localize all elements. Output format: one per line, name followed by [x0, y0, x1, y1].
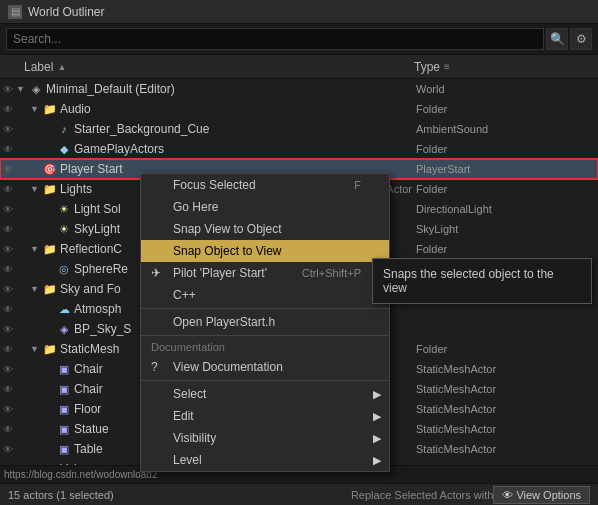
- context-menu-item[interactable]: Snap Object to View: [141, 240, 389, 262]
- table-row[interactable]: 👁◆GamePlayActorsFolder: [0, 139, 598, 159]
- visibility-icon[interactable]: 👁: [0, 404, 16, 415]
- visibility-icon[interactable]: 👁: [0, 304, 16, 315]
- visibility-icon[interactable]: 👁: [0, 364, 16, 375]
- row-type-icon: ◈: [28, 83, 44, 96]
- context-menu-item-label: View Documentation: [173, 360, 283, 374]
- context-menu-item-icon: ✈: [151, 266, 167, 280]
- visibility-icon[interactable]: 👁: [0, 384, 16, 395]
- visibility-icon[interactable]: 👁: [0, 104, 16, 115]
- label-column-header[interactable]: Label ▲: [20, 60, 414, 74]
- visibility-icon[interactable]: 👁: [0, 324, 16, 335]
- actor-label: Actor: [386, 183, 416, 195]
- view-options-button[interactable]: 👁 View Options: [493, 486, 590, 504]
- context-menu-item[interactable]: Visibility▶: [141, 427, 389, 449]
- visibility-icon[interactable]: 👁: [0, 84, 16, 95]
- row-type-label: StaticMeshActor: [416, 363, 596, 375]
- visibility-icon[interactable]: 👁: [0, 184, 16, 195]
- type-column-header[interactable]: Type ≡: [414, 60, 594, 74]
- context-menu-item[interactable]: C++: [141, 284, 389, 306]
- visibility-icon[interactable]: 👁: [0, 444, 16, 455]
- context-menu-item[interactable]: Snap View to Object: [141, 218, 389, 240]
- title-bar: ▤ World Outliner: [0, 0, 598, 24]
- row-type-icon: ▣: [56, 383, 72, 396]
- row-type-icon: 📁: [42, 343, 58, 356]
- context-menu-item[interactable]: Edit▶: [141, 405, 389, 427]
- row-type-icon: ◈: [56, 323, 72, 336]
- visibility-icon[interactable]: 👁: [0, 344, 16, 355]
- visibility-icon[interactable]: 👁: [0, 264, 16, 275]
- row-type-icon: ◎: [56, 263, 72, 276]
- row-type-label: World: [416, 83, 596, 95]
- visibility-icon[interactable]: 👁: [0, 224, 16, 235]
- tooltip-box: Snaps the selected object to the view: [372, 258, 592, 304]
- search-button[interactable]: 🔍: [546, 28, 568, 50]
- table-row[interactable]: 👁♪Starter_Background_CueAmbientSound: [0, 119, 598, 139]
- row-type-icon: ▣: [56, 443, 72, 456]
- visibility-icon[interactable]: 👁: [0, 164, 16, 175]
- visibility-icon[interactable]: 👁: [0, 204, 16, 215]
- visibility-icon[interactable]: 👁: [0, 284, 16, 295]
- row-type-label: Folder: [416, 143, 596, 155]
- eye-icon: 👁: [502, 489, 513, 501]
- context-menu-separator: [141, 380, 389, 381]
- row-type-label: PlayerStart: [416, 163, 596, 175]
- expand-arrow[interactable]: ▼: [30, 104, 42, 114]
- row-type-label: Folder: [416, 103, 596, 115]
- context-menu-item[interactable]: ✈Pilot 'Player Start'Ctrl+Shift+P: [141, 262, 389, 284]
- row-type-icon: 📁: [42, 183, 58, 196]
- context-menu-item[interactable]: Select▶: [141, 383, 389, 405]
- visibility-icon[interactable]: 👁: [0, 244, 16, 255]
- context-menu-item[interactable]: Open PlayerStart.h: [141, 311, 389, 333]
- context-menu-item-label: Open PlayerStart.h: [173, 315, 275, 329]
- context-menu-item-label: Snap Object to View: [173, 244, 282, 258]
- expand-arrow[interactable]: ▼: [16, 84, 28, 94]
- visibility-icon[interactable]: 👁: [0, 424, 16, 435]
- filter-icon: ≡: [444, 61, 450, 72]
- context-menu-item-label: Snap View to Object: [173, 222, 282, 236]
- context-menu-item-label: Visibility: [173, 431, 216, 445]
- row-type-label: StaticMeshActor: [416, 443, 596, 455]
- replace-text: Replace Selected Actors with: [351, 489, 493, 501]
- filter-button[interactable]: ⚙: [570, 28, 592, 50]
- context-menu-separator: [141, 335, 389, 336]
- row-type-icon: ▣: [56, 363, 72, 376]
- row-type-icon: ▣: [56, 423, 72, 436]
- expand-arrow[interactable]: ▼: [30, 244, 42, 254]
- table-row[interactable]: 👁▼◈Minimal_Default (Editor)World: [0, 79, 598, 99]
- row-type-label: StaticMeshActor: [416, 403, 596, 415]
- sort-arrow: ▲: [57, 62, 66, 72]
- actors-count: 15 actors (1 selected): [8, 489, 351, 501]
- search-bar: 🔍 ⚙: [0, 24, 598, 55]
- row-type-label: Folder: [416, 343, 596, 355]
- visibility-icon[interactable]: 👁: [0, 144, 16, 155]
- expand-arrow[interactable]: ▼: [30, 344, 42, 354]
- context-menu-submenu-arrow: ▶: [373, 388, 381, 401]
- context-menu-item[interactable]: ?View Documentation: [141, 356, 389, 378]
- context-menu-item-label: Focus Selected: [173, 178, 256, 192]
- search-input[interactable]: [6, 28, 544, 50]
- row-type-label: DirectionalLight: [416, 203, 596, 215]
- context-menu-section: Documentation: [141, 338, 389, 356]
- row-label: GamePlayActors: [72, 142, 416, 156]
- row-type-label: StaticMeshActor: [416, 383, 596, 395]
- expand-arrow[interactable]: ▼: [30, 184, 42, 194]
- context-menu-shortcut: Ctrl+Shift+P: [302, 267, 361, 279]
- row-label: Audio: [58, 102, 416, 116]
- url-text: https://blog.csdn.net/wodownload2: [4, 469, 157, 480]
- context-menu-shortcut: F: [354, 179, 361, 191]
- context-menu-item-label: Edit: [173, 409, 194, 423]
- context-menu-item[interactable]: Go Here: [141, 196, 389, 218]
- context-menu-item[interactable]: Focus SelectedF: [141, 174, 389, 196]
- visibility-icon[interactable]: 👁: [0, 124, 16, 135]
- row-type-label: Folder: [416, 183, 596, 195]
- context-menu-submenu-arrow: ▶: [373, 454, 381, 467]
- row-type-icon: ☀: [56, 203, 72, 216]
- row-type-label: AmbientSound: [416, 123, 596, 135]
- tooltip-text: Snaps the selected object to the view: [383, 267, 554, 295]
- expand-arrow[interactable]: ▼: [30, 284, 42, 294]
- row-type-icon: ▣: [56, 403, 72, 416]
- type-column-text: Type: [414, 60, 440, 74]
- context-menu-item[interactable]: Level▶: [141, 449, 389, 471]
- table-row[interactable]: 👁▼📁AudioFolder: [0, 99, 598, 119]
- row-type-icon: 📁: [42, 243, 58, 256]
